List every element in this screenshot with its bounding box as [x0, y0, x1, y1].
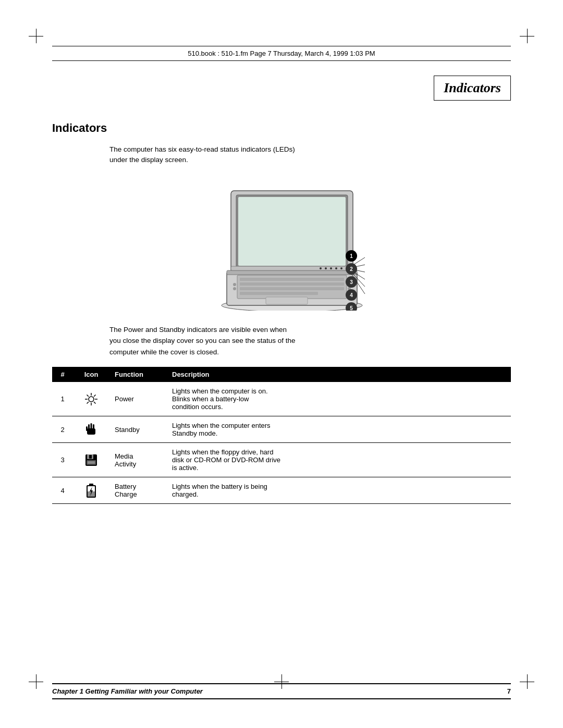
svg-rect-59	[88, 461, 95, 464]
svg-rect-57	[89, 455, 92, 459]
svg-text:3: 3	[350, 279, 353, 285]
table-row: 4	[52, 477, 511, 504]
reg-mark-bl	[29, 674, 43, 689]
chapter-title: Indicators	[444, 80, 501, 95]
svg-rect-51	[88, 424, 90, 429]
section-heading: Indicators	[52, 121, 511, 135]
svg-text:2: 2	[350, 266, 353, 272]
table-header: # Icon Function Description	[52, 367, 511, 382]
laptop-svg-container: 1 2 3 4 5 6	[185, 175, 378, 313]
svg-line-47	[94, 402, 96, 404]
row2-num: 2	[52, 416, 73, 443]
table-row: 1	[52, 382, 511, 416]
svg-point-41	[89, 397, 94, 402]
svg-rect-4	[240, 282, 344, 286]
svg-rect-11	[227, 270, 357, 275]
svg-rect-52	[91, 423, 92, 429]
row4-description: Lights when the battery is being charged…	[167, 477, 511, 504]
row4-icon	[73, 477, 109, 504]
svg-rect-7	[266, 297, 308, 304]
row2-description: Lights when the computer enters Standby …	[167, 416, 511, 443]
col-header-icon: Icon	[73, 367, 109, 382]
svg-point-20	[233, 287, 236, 290]
intro-paragraph: The computer has six easy-to-read status…	[109, 144, 511, 166]
svg-rect-10	[238, 197, 346, 266]
svg-point-15	[340, 267, 342, 269]
svg-rect-6	[240, 292, 318, 295]
svg-point-19	[233, 283, 236, 286]
power-icon-svg	[84, 392, 99, 406]
footer-bar: Chapter 1 Getting Familiar with your Com…	[52, 683, 511, 699]
svg-text:1: 1	[350, 253, 353, 259]
row1-function: Power	[109, 382, 167, 416]
svg-point-13	[330, 267, 332, 269]
chapter-title-box: Indicators	[434, 76, 511, 101]
svg-line-49	[87, 402, 89, 404]
media-icon-svg	[84, 453, 98, 467]
svg-line-48	[94, 394, 96, 397]
table-body: 1	[52, 382, 511, 504]
row3-num: 3	[52, 443, 73, 477]
svg-rect-54	[86, 426, 88, 431]
svg-rect-3	[240, 278, 344, 281]
title-section: Indicators	[52, 76, 511, 116]
svg-line-46	[87, 394, 89, 397]
standby-paragraph: The Power and Standby indicators are vis…	[109, 324, 511, 358]
svg-rect-53	[93, 424, 94, 429]
svg-rect-12	[231, 266, 353, 270]
standby-text-line3: computer while the cover is closed.	[109, 348, 219, 356]
footer-page-number: 7	[507, 687, 511, 695]
reg-mark-tr	[520, 29, 534, 43]
row1-description: Lights when the computer is on. Blinks w…	[167, 382, 511, 416]
table-header-row: # Icon Function Description	[52, 367, 511, 382]
standby-icon-svg	[85, 422, 97, 437]
svg-point-17	[325, 267, 327, 269]
row2-icon	[73, 416, 109, 443]
col-header-num: #	[52, 367, 73, 382]
indicators-table: # Icon Function Description 1	[52, 367, 511, 504]
row1-icon	[73, 382, 109, 416]
intro-text-line1: The computer has six easy-to-read status…	[109, 145, 295, 153]
row3-function: MediaActivity	[109, 443, 167, 477]
reg-mark-br	[520, 674, 534, 689]
table-row: 2 Standby	[52, 416, 511, 443]
svg-text:5: 5	[350, 305, 353, 311]
page: 510.book : 510-1.fm Page 7 Thursday, Mar…	[0, 0, 563, 728]
svg-rect-61	[89, 484, 93, 486]
svg-rect-50	[87, 428, 95, 435]
svg-point-14	[335, 267, 337, 269]
col-header-function: Function	[109, 367, 167, 382]
battery-icon-svg	[85, 483, 97, 498]
table-row: 3 MediaActivity	[52, 443, 511, 477]
reg-mark-tl	[29, 29, 43, 43]
row1-num: 1	[52, 382, 73, 416]
svg-text:4: 4	[350, 292, 353, 298]
svg-point-18	[320, 267, 322, 269]
col-header-description: Description	[167, 367, 511, 382]
row3-description: Lights when the floppy drive, hard disk …	[167, 443, 511, 477]
standby-text-line2: you close the display cover so you can s…	[109, 337, 295, 344]
standby-text-line1: The Power and Standby indicators are vis…	[109, 326, 287, 334]
laptop-illustration: 1 2 3 4 5 6	[185, 175, 378, 311]
top-line	[52, 46, 511, 46]
row2-function: Standby	[109, 416, 167, 443]
header-text: 510.book : 510-1.fm Page 7 Thursday, Mar…	[188, 47, 375, 59]
row3-icon	[73, 443, 109, 477]
laptop-diagram: 1 2 3 4 5 6	[52, 175, 511, 313]
intro-text-line2: under the display screen.	[109, 156, 188, 164]
footer-chapter-text: Chapter 1 Getting Familiar with your Com…	[52, 687, 203, 695]
row4-num: 4	[52, 477, 73, 504]
main-content: Indicators Indicators The computer has s…	[52, 76, 511, 676]
row4-function: BatteryCharge	[109, 477, 167, 504]
svg-rect-5	[240, 287, 344, 290]
top-line2	[52, 60, 511, 61]
top-rule: 510.book : 510-1.fm Page 7 Thursday, Mar…	[52, 46, 511, 61]
